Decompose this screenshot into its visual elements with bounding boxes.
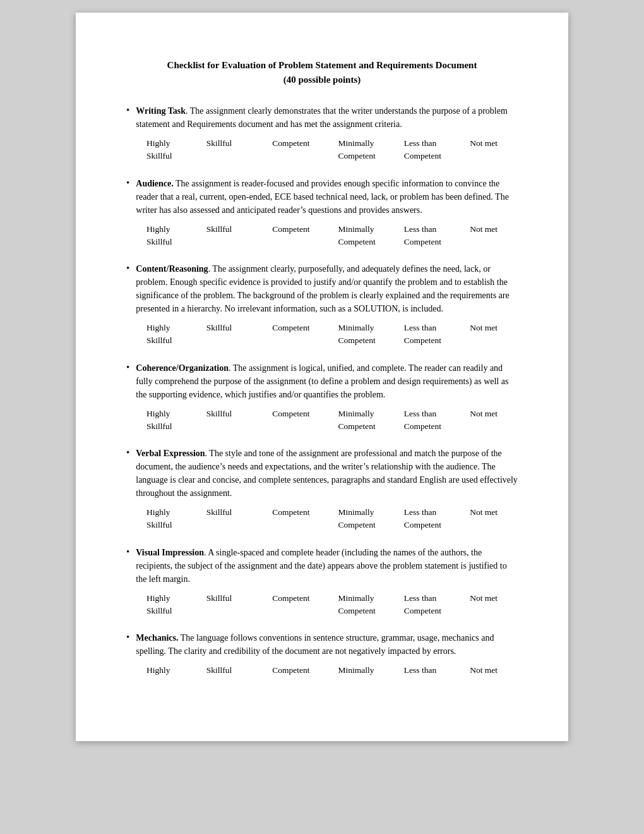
bullet-icon: •: [126, 178, 129, 188]
rating-col-2-visual-impression: Skillful: [206, 592, 272, 618]
rating-col-1-content-reasoning: HighlySkillful: [146, 322, 206, 348]
rating-col-line1-5: Less than: [404, 506, 470, 519]
section-item-audience: •Audience. The assignment is reader-focu…: [126, 177, 518, 217]
rating-col-line2-5: Competent: [404, 519, 470, 531]
rating-row-verbal-expression: HighlySkillfulSkillfulCompetentMinimally…: [146, 506, 518, 532]
rating-col-6-audience: Not met: [470, 223, 518, 249]
section-label-content-reasoning: Content/Reasoning: [136, 264, 208, 274]
rating-col-3-verbal-expression: Competent: [272, 506, 338, 532]
rating-col-line1-3: Competent: [272, 137, 338, 150]
rating-col-6-coherence-organization: Not met: [470, 408, 518, 433]
rating-col-line1-3: Competent: [272, 408, 338, 420]
section-body-writing-task: . The assignment clearly demonstrates th…: [136, 106, 508, 129]
rating-col-5-content-reasoning: Less thanCompetent: [404, 322, 470, 348]
section-item-verbal-expression: •Verbal Expression. The style and tone o…: [126, 447, 518, 500]
rating-col-line2-5: Competent: [404, 150, 470, 162]
rating-col-line1-4: Minimally: [338, 408, 404, 420]
page: Checklist for Evaluation of Problem Stat…: [76, 13, 568, 741]
rating-col-4-verbal-expression: MinimallyCompetent: [338, 506, 404, 532]
rating-col-line1-1: Highly: [146, 408, 206, 420]
section-label-coherence-organization: Coherence/Organization: [136, 363, 229, 373]
rating-row-coherence-organization: HighlySkillfulSkillfulCompetentMinimally…: [146, 408, 518, 433]
rating-col-line1-2: Skillful: [206, 506, 272, 519]
rating-col-line1-3: Competent: [272, 592, 338, 605]
section-label-verbal-expression: Verbal Expression: [136, 449, 205, 458]
rating-col-line1-3: Competent: [272, 322, 338, 334]
rating-col-line2-4: Competent: [338, 150, 404, 162]
rating-col-line2-1: Skillful: [146, 150, 206, 162]
rating-col-line1-2: Skillful: [206, 137, 272, 150]
rating-col-line2-4: Competent: [338, 519, 404, 531]
bullet-icon: •: [126, 447, 129, 458]
rating-col-6-writing-task: Not met: [470, 137, 518, 163]
rating-col-line2-1: Skillful: [146, 605, 206, 617]
section-coherence-organization: •Coherence/Organization. The assignment …: [126, 361, 518, 433]
section-text-mechanics: Mechanics. The language follows conventi…: [136, 631, 518, 658]
sections-container: •Writing Task. The assignment clearly de…: [126, 104, 518, 677]
rating-col-line2-4: Competent: [338, 420, 404, 433]
bullet-icon: •: [126, 263, 129, 274]
rating-col-line1-4: Minimally: [338, 664, 404, 677]
rating-col-2-verbal-expression: Skillful: [206, 506, 272, 532]
rating-col-5-audience: Less thanCompetent: [404, 223, 470, 249]
rating-col-line1-2: Skillful: [206, 223, 272, 236]
rating-col-3-writing-task: Competent: [272, 137, 338, 163]
section-text-coherence-organization: Coherence/Organization. The assignment i…: [136, 361, 518, 401]
rating-col-5-visual-impression: Less thanCompetent: [404, 592, 470, 618]
section-item-mechanics: •Mechanics. The language follows convent…: [126, 631, 518, 658]
rating-col-line1-1: Highly: [146, 506, 206, 519]
section-content-reasoning: •Content/Reasoning. The assignment clear…: [126, 262, 518, 348]
rating-col-line2-4: Competent: [338, 605, 404, 617]
rating-col-line1-6: Not met: [470, 592, 518, 605]
rating-row-writing-task: HighlySkillfulSkillfulCompetentMinimally…: [146, 137, 518, 163]
rating-col-3-coherence-organization: Competent: [272, 408, 338, 433]
section-audience: •Audience. The assignment is reader-focu…: [126, 177, 518, 249]
title-line2: (40 possible points): [126, 73, 518, 87]
rating-col-line2-1: Skillful: [146, 420, 206, 433]
rating-col-2-content-reasoning: Skillful: [206, 322, 272, 348]
rating-col-line2-5: Competent: [404, 605, 470, 617]
section-label-writing-task: Writing Task: [136, 106, 186, 116]
rating-col-line2-5: Competent: [404, 420, 470, 433]
section-text-content-reasoning: Content/Reasoning. The assignment clearl…: [136, 262, 518, 315]
rating-col-line1-3: Competent: [272, 506, 338, 519]
title-line1: Checklist for Evaluation of Problem Stat…: [126, 58, 518, 73]
rating-col-2-coherence-organization: Skillful: [206, 408, 272, 433]
section-label-audience: Audience.: [136, 179, 174, 188]
rating-col-1-coherence-organization: HighlySkillful: [146, 408, 206, 433]
rating-col-line2-4: Competent: [338, 236, 404, 248]
rating-col-6-mechanics: Not met: [470, 664, 518, 677]
section-item-writing-task: •Writing Task. The assignment clearly de…: [126, 104, 518, 131]
rating-col-line1-2: Skillful: [206, 408, 272, 420]
rating-col-5-verbal-expression: Less thanCompetent: [404, 506, 470, 532]
rating-col-line1-1: Highly: [146, 137, 206, 150]
rating-col-1-visual-impression: HighlySkillful: [146, 592, 206, 618]
section-label-mechanics: Mechanics.: [136, 633, 178, 643]
section-text-verbal-expression: Verbal Expression. The style and tone of…: [136, 447, 518, 500]
section-verbal-expression: •Verbal Expression. The style and tone o…: [126, 447, 518, 532]
rating-col-6-visual-impression: Not met: [470, 592, 518, 618]
rating-col-line1-1: Highly: [146, 664, 206, 677]
section-item-visual-impression: •Visual Impression. A single-spaced and …: [126, 546, 518, 586]
rating-col-6-verbal-expression: Not met: [470, 506, 518, 532]
rating-col-line1-5: Less than: [404, 223, 470, 236]
rating-row-content-reasoning: HighlySkillfulSkillfulCompetentMinimally…: [146, 322, 518, 348]
bullet-icon: •: [126, 632, 129, 643]
section-text-writing-task: Writing Task. The assignment clearly dem…: [136, 104, 518, 131]
rating-col-1-audience: HighlySkillful: [146, 223, 206, 249]
rating-col-4-mechanics: Minimally: [338, 664, 404, 677]
rating-col-line2-5: Competent: [404, 236, 470, 248]
rating-col-line2-1: Skillful: [146, 236, 206, 248]
rating-row-audience: HighlySkillfulSkillfulCompetentMinimally…: [146, 223, 518, 249]
rating-col-line2-4: Competent: [338, 334, 404, 347]
rating-col-line1-6: Not met: [470, 664, 518, 677]
rating-col-6-content-reasoning: Not met: [470, 322, 518, 348]
section-mechanics: •Mechanics. The language follows convent…: [126, 631, 518, 677]
rating-col-line1-1: Highly: [146, 592, 206, 605]
bullet-icon: •: [126, 362, 129, 373]
rating-col-line1-3: Competent: [272, 223, 338, 236]
rating-col-1-verbal-expression: HighlySkillful: [146, 506, 206, 532]
section-text-audience: Audience. The assignment is reader-focus…: [136, 177, 518, 217]
rating-col-4-visual-impression: MinimallyCompetent: [338, 592, 404, 618]
rating-col-4-audience: MinimallyCompetent: [338, 223, 404, 249]
